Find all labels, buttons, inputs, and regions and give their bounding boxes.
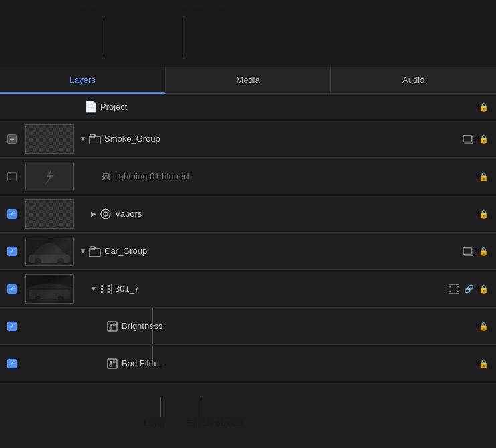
svg-rect-32	[449, 285, 451, 287]
thumb-vapors	[25, 199, 74, 229]
layer-row-lightning[interactable]: 🖼 lightning 01 blurred 🔒	[0, 158, 496, 195]
check-301-7[interactable]	[3, 284, 21, 294]
check-smoke-group[interactable]	[3, 134, 21, 144]
group-annotation-line	[104, 17, 104, 58]
check-brightness[interactable]	[3, 322, 21, 331]
layer-row-car-group[interactable]: Car_Group 🔒	[0, 233, 496, 270]
svg-rect-39	[110, 327, 112, 329]
svg-point-4	[101, 209, 110, 219]
tab-media[interactable]: Media	[166, 67, 332, 93]
project-lock-icon: 🔒	[477, 101, 489, 113]
layer-row-smoke-group[interactable]: Smoke_Group 🔒	[0, 120, 496, 158]
svg-rect-38	[113, 324, 115, 326]
check-car-group[interactable]	[3, 247, 21, 256]
tab-layers[interactable]: Layers	[0, 67, 166, 94]
svg-rect-28	[108, 288, 110, 290]
checkbox-car-group[interactable]	[7, 247, 17, 256]
car-group-name: Car_Group	[104, 246, 463, 256]
svg-rect-29	[108, 291, 110, 293]
project-doc-icon: 📄	[84, 100, 98, 114]
indent-car-group	[78, 246, 88, 257]
project-object-annotation-label: Project object	[177, 5, 230, 15]
svg-rect-25	[101, 288, 103, 290]
layer-row-301-7[interactable]: 301_7 🔗 🔒	[0, 270, 496, 308]
indent-vapors	[78, 209, 99, 219]
svg-rect-40	[108, 359, 117, 368]
301-7-film-badge	[448, 283, 460, 295]
lightning-image-icon: 🖼	[99, 170, 112, 183]
bad-film-effect-icon	[106, 357, 119, 370]
svg-point-22	[58, 296, 64, 301]
expand-smoke-group[interactable]	[78, 134, 88, 144]
checkbox-smoke-group[interactable]	[7, 134, 17, 144]
svg-point-5	[104, 212, 108, 216]
svg-rect-3	[463, 135, 471, 142]
301-7-row-right: 🔗 🔒	[448, 283, 493, 295]
car-group-row-right: 🔒	[463, 245, 493, 257]
checkbox-lightning[interactable]	[7, 172, 17, 181]
vapors-behavior-icon	[99, 207, 112, 221]
thumb-lightning	[25, 162, 74, 191]
car-group-icon	[88, 245, 102, 258]
check-vapors[interactable]	[3, 209, 21, 219]
top-annotations: Group Project object	[0, 0, 496, 67]
car-group-lock-icon: 🔒	[477, 245, 489, 257]
svg-rect-26	[101, 291, 103, 293]
project-layer-name: Project	[100, 102, 477, 112]
checkbox-301-7[interactable]	[7, 284, 17, 294]
bad-film-name: Bad Film	[122, 358, 477, 368]
layer-row-project[interactable]: 📄 Project 🔒	[0, 94, 496, 120]
thumb-car-group	[25, 237, 74, 266]
checkbox-brightness[interactable]	[7, 322, 17, 331]
expand-vapors[interactable]	[88, 209, 99, 219]
bad-film-lock-icon: 🔒	[477, 358, 489, 370]
project-row-right: 🔒	[477, 101, 493, 113]
svg-point-10	[35, 258, 41, 265]
car-group-icon2	[463, 245, 475, 257]
check-lightning[interactable]	[3, 172, 21, 181]
svg-rect-35	[457, 290, 459, 292]
svg-rect-33	[457, 285, 459, 287]
layers-list: 📄 Project 🔒 Smoke_Group	[0, 94, 496, 382]
svg-point-21	[35, 296, 41, 301]
bad-film-connector-v	[152, 345, 153, 364]
thumb-smoke-group	[25, 124, 74, 154]
checkbox-bad-film[interactable]	[7, 359, 17, 368]
lightning-layer-name: lightning 01 blurred	[115, 171, 477, 181]
expand-301-7[interactable]	[88, 284, 99, 294]
indent-brightness	[74, 321, 106, 332]
301-7-lock-icon: 🔒	[477, 283, 489, 295]
indent-301-7	[78, 284, 99, 294]
svg-rect-30	[104, 284, 108, 294]
brightness-connector-h	[152, 326, 162, 327]
svg-rect-27	[108, 285, 110, 287]
bad-film-row-right: 🔒	[477, 358, 493, 370]
svg-rect-41	[110, 361, 112, 364]
project-object-annotation-line	[182, 17, 182, 58]
checkbox-vapors[interactable]	[7, 209, 17, 219]
indent-bad-film	[74, 358, 106, 369]
indent-smoke-group	[78, 134, 88, 144]
layers-panel: Layers Media Audio 📄 Project 🔒	[0, 67, 496, 448]
svg-rect-34	[449, 290, 451, 292]
svg-rect-15	[463, 247, 471, 254]
vapors-layer-name: Vapors	[115, 209, 477, 219]
layer-row-brightness[interactable]: Brightness 🔒	[0, 308, 496, 345]
brightness-effect-icon	[106, 320, 119, 333]
svg-rect-12	[89, 249, 100, 257]
smoke-group-lock-icon: 🔒	[477, 133, 489, 145]
expand-car-group[interactable]	[78, 246, 88, 257]
301-7-name: 301_7	[115, 284, 448, 294]
tab-audio[interactable]: Audio	[331, 67, 496, 93]
smoke-group-icon2	[463, 133, 475, 145]
check-bad-film[interactable]	[3, 359, 21, 368]
svg-rect-42	[113, 361, 115, 363]
svg-rect-0	[89, 136, 100, 144]
layer-row-bad-film[interactable]: Bad Film 🔒	[0, 345, 496, 382]
vapors-lock-icon: 🔒	[477, 208, 489, 220]
lightning-row-right: 🔒	[477, 171, 493, 183]
tab-bar: Layers Media Audio	[0, 67, 496, 94]
brightness-lock-icon: 🔒	[477, 320, 489, 332]
svg-rect-37	[110, 324, 112, 326]
layer-row-vapors[interactable]: Vapors 🔒	[0, 195, 496, 233]
